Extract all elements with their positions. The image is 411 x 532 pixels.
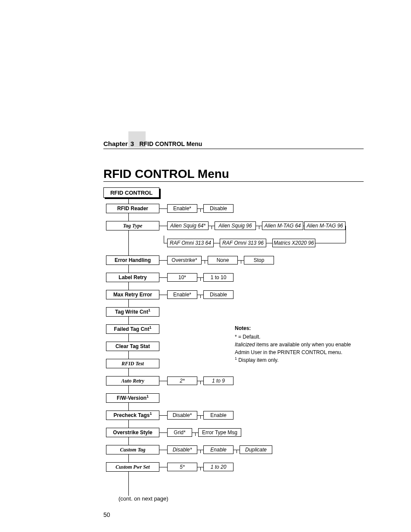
opt: Alien Squig 96 xyxy=(215,221,256,230)
opt: 1 to 9 xyxy=(203,376,234,385)
menu-error-handling: Error Handling xyxy=(106,255,159,265)
chapter-title: RFID CONTROL Menu xyxy=(139,140,202,147)
chapter-number: 3 xyxy=(131,140,134,147)
opt: Alien M-TAG 96 xyxy=(304,221,346,230)
notes-italic: Italicized items are available only when… xyxy=(235,341,355,356)
opt: 1 to 10 xyxy=(203,273,234,282)
opt: Error Type Msg xyxy=(198,428,241,437)
opt: Enable xyxy=(203,445,234,454)
opt: Enable* xyxy=(167,204,197,213)
notes-display: 1 Display item only. xyxy=(235,356,355,364)
menu-tag-type: Tag Type xyxy=(106,221,159,230)
root-node: RFID CONTROL xyxy=(103,187,159,198)
opt: Disable* xyxy=(167,411,197,420)
menu-custom-tag: Custom Tag xyxy=(106,445,159,454)
menu-failed-tag: Failed Tag Cnt1 xyxy=(106,324,159,334)
menu-diagram: RFID CONTROL RFID Reader Enable* Disable… xyxy=(103,187,362,498)
menu-precheck: Precheck Tags1 xyxy=(106,411,159,420)
menu-rfid-reader: RFID Reader xyxy=(106,204,159,213)
opt: Grid* xyxy=(167,428,192,437)
opt: Disable xyxy=(203,290,234,299)
opt: None xyxy=(208,256,238,264)
notes-heading: Notes: xyxy=(235,324,355,332)
menu-overstrike: Overstrike Style xyxy=(106,428,159,437)
menu-rfid-test: RFID Test xyxy=(106,359,159,368)
menu-clear-tag: Clear Tag Stat xyxy=(106,342,159,351)
opt: Stop xyxy=(244,256,274,264)
opt: Overstrike* xyxy=(167,256,202,264)
notes-block: Notes: * = Default. Italicized items are… xyxy=(235,324,355,364)
opt: Duplicate xyxy=(240,445,272,454)
opt: 1 to 20 xyxy=(203,463,234,471)
menu-max-retry: Max Retry Error xyxy=(106,290,159,299)
chapter-label: Chapter xyxy=(103,140,128,147)
opt: Alien Squig 64* xyxy=(167,221,209,230)
menu-auto-retry: Auto Retry xyxy=(106,376,159,386)
opt: Matrics X2020 96 xyxy=(272,239,315,247)
opt: Enable xyxy=(203,411,234,420)
opt: Disable* xyxy=(167,445,197,454)
opt: 2* xyxy=(167,376,197,385)
menu-fw-version: F/W-Version1 xyxy=(106,393,159,403)
opt: 5* xyxy=(167,463,197,471)
opt: Enable* xyxy=(167,290,197,299)
menu-tag-write: Tag Write Cnt1 xyxy=(106,307,159,317)
menu-label-retry: Label Retry xyxy=(106,273,159,282)
opt: RAF Omni 313 64 xyxy=(167,239,214,247)
continued-note: (cont. on next page) xyxy=(118,495,168,502)
opt: Disable xyxy=(203,204,234,213)
section-heading: RFID CONTROL Menu xyxy=(103,167,229,181)
menu-custom-pwr: Custom Pwr Set xyxy=(106,462,159,472)
page-number: 50 xyxy=(103,511,110,518)
notes-default: * = Default. xyxy=(235,333,355,341)
opt: RAF Omni 313 96 xyxy=(220,239,266,247)
opt: 10* xyxy=(167,273,197,282)
opt: Alien M-TAG 64 xyxy=(262,221,303,230)
